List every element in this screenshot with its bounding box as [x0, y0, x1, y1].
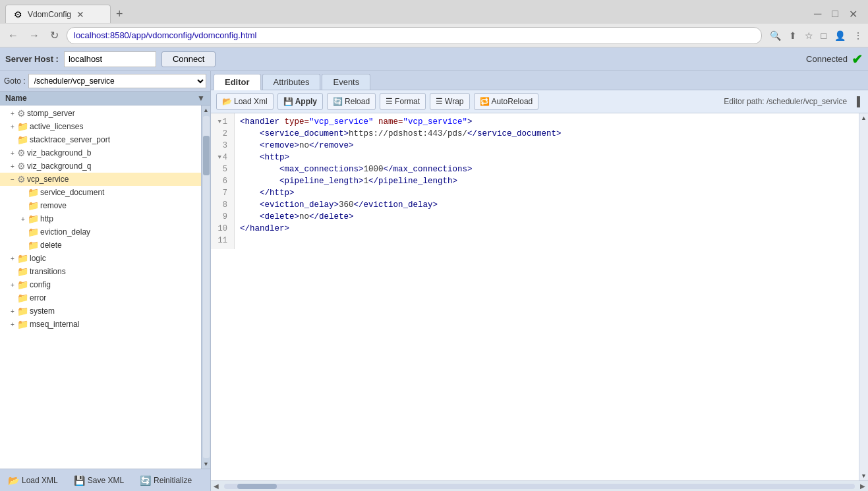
h-scroll-left-button[interactable]: ◀ — [211, 482, 221, 490]
close-button[interactable]: ✕ — [849, 8, 857, 20]
tree-label-http: http — [40, 214, 53, 223]
more-button[interactable]: ▐ — [851, 95, 863, 108]
tab-editor[interactable]: Editor — [214, 74, 261, 90]
tree-item-stacktrace-server-port[interactable]: ▶ 📁 stacktrace_server_port — [0, 133, 201, 146]
apply-button[interactable]: 💾 Apply — [277, 93, 323, 110]
tree-item-vcp-service[interactable]: − ⚙ vcp_service — [0, 173, 201, 186]
reinitialize-label: Reinitialize — [154, 476, 192, 485]
minimize-button[interactable]: ─ — [814, 8, 821, 20]
tree-item-transitions[interactable]: ▶ 📁 transitions — [0, 265, 201, 278]
expand-vcp-service[interactable]: − — [8, 175, 17, 184]
editor-scroll-up[interactable]: ▲ — [859, 113, 868, 123]
load-xml-toolbar-button[interactable]: 📂 Load Xml — [216, 93, 274, 110]
reload-button[interactable]: 🔄 Reload — [327, 93, 376, 110]
tree-item-active-licenses[interactable]: + 📁 active_licenses — [0, 120, 201, 133]
tree-item-eviction-delay[interactable]: ▶ 📁 eviction_delay — [0, 225, 201, 239]
code-editor[interactable]: ▼1 2 3 ▼4 5 6 7 8 9 10 11 — [211, 113, 859, 480]
h-scroll-thumb[interactable] — [237, 484, 277, 489]
expand-viz-background-q[interactable]: + — [8, 161, 17, 171]
tree-item-remove[interactable]: ▶ 📁 remove — [0, 199, 201, 212]
tree-item-error[interactable]: ▶ 📁 error — [0, 291, 201, 304]
folder-icon-http: 📁 — [28, 214, 39, 224]
editor-scrollbar[interactable]: ▲ ▼ — [859, 113, 868, 480]
tab-events[interactable]: Events — [322, 74, 370, 90]
new-tab-button[interactable]: + — [116, 7, 123, 21]
h-scroll-right-button[interactable]: ▶ — [857, 482, 868, 490]
save-xml-button[interactable]: 💾 Save XML — [71, 474, 127, 487]
address-input[interactable] — [67, 27, 762, 44]
code-content[interactable]: <handler type="vcp_service" name="vcp_se… — [235, 113, 859, 249]
tree-item-viz-background-q[interactable]: + ⚙ viz_background_q — [0, 159, 201, 173]
scrollbar-down-button[interactable]: ▼ — [203, 459, 209, 469]
format-button[interactable]: ☰ Format — [380, 93, 426, 110]
share-icon[interactable]: ⬆ — [789, 30, 797, 41]
apply-icon: 💾 — [283, 97, 293, 106]
server-bar: Server Host : Connect Connected ✔ — [0, 47, 868, 71]
tree-item-service-document[interactable]: ▶ 📁 service_document — [0, 186, 201, 199]
forward-button[interactable]: → — [26, 28, 42, 43]
scrollbar-track[interactable] — [203, 116, 210, 458]
tree-item-config[interactable]: + 📁 config — [0, 278, 201, 291]
tree-item-mseq-internal[interactable]: + 📁 mseq_internal — [0, 318, 201, 331]
tree-item-http[interactable]: + 📁 http — [0, 212, 201, 225]
sort-icon[interactable]: ▼ — [197, 94, 205, 103]
goto-select[interactable]: /scheduler/vcp_service — [28, 74, 206, 88]
wrap-button[interactable]: ☰ Wrap — [430, 93, 469, 110]
expand-stomp-server[interactable]: + — [8, 109, 17, 118]
bookmark-icon[interactable]: ☆ — [805, 30, 813, 41]
active-tab[interactable]: ⚙ VdomConfig ✕ — [5, 5, 111, 23]
connect-button[interactable]: Connect — [161, 51, 216, 67]
line-num-6: 6 — [214, 175, 231, 187]
menu-icon[interactable]: ⋮ — [854, 30, 863, 41]
reload-label: Reload — [345, 97, 370, 106]
load-xml-icon: 📂 — [8, 475, 19, 486]
zoom-icon[interactable]: 🔍 — [770, 30, 781, 41]
tab-close-button[interactable]: ✕ — [76, 9, 84, 20]
editor-scroll-down[interactable]: ▼ — [859, 471, 868, 480]
expand-config[interactable]: + — [8, 280, 17, 289]
folder-icon-remove: 📁 — [28, 200, 39, 211]
folder-icon-delete: 📁 — [28, 240, 39, 250]
line-num-5: 5 — [214, 163, 231, 175]
tree-container[interactable]: + ⚙ stomp_server + 📁 active_licenses — [0, 105, 201, 469]
connection-status: Connected ✔ — [806, 51, 863, 67]
scrollbar-up-button[interactable]: ▲ — [203, 105, 209, 115]
reader-icon[interactable]: □ — [821, 30, 826, 41]
expand-http[interactable]: + — [18, 214, 28, 223]
load-xml-label: Load XML — [22, 476, 58, 485]
tree-item-delete[interactable]: ▶ 📁 delete — [0, 239, 201, 252]
line-num-7: 7 — [214, 187, 231, 199]
load-xml-button[interactable]: 📂 Load XML — [5, 474, 61, 487]
expand-viz-background-b[interactable]: + — [8, 148, 17, 158]
tree-item-system[interactable]: + 📁 system — [0, 304, 201, 318]
tree-label-viz-background-b: viz_background_b — [27, 148, 91, 158]
expand-active-licenses[interactable]: + — [8, 122, 17, 131]
tree-item-viz-background-b[interactable]: + ⚙ viz_background_b — [0, 146, 201, 159]
expand-logic[interactable]: + — [8, 254, 17, 263]
bottom-toolbar: 📂 Load XML 💾 Save XML 🔄 Reinitialize — [0, 469, 210, 491]
tab-attributes[interactable]: Attributes — [262, 74, 321, 90]
line-num-2: 2 — [214, 128, 231, 140]
code-line-10: </handler> — [240, 223, 854, 235]
refresh-button[interactable]: ↻ — [47, 28, 61, 43]
autoreload-label: AutoReload — [492, 97, 533, 106]
tree-item-logic[interactable]: + 📁 logic — [0, 252, 201, 265]
server-host-input[interactable] — [64, 51, 156, 67]
folder-icon-active-licenses: 📁 — [17, 121, 28, 132]
expand-system[interactable]: + — [8, 306, 17, 316]
expand-mseq-internal[interactable]: + — [8, 320, 17, 329]
h-scroll-track[interactable] — [224, 484, 855, 489]
back-button[interactable]: ← — [5, 28, 21, 43]
editor-h-scrollbar[interactable]: ◀ ▶ — [211, 480, 868, 491]
reload-icon: 🔄 — [333, 97, 343, 106]
profile-icon[interactable]: 👤 — [834, 30, 846, 41]
scrollbar-thumb[interactable] — [203, 136, 210, 175]
code-line-7: </http> — [240, 187, 854, 199]
autoreload-button[interactable]: 🔁 AutoReload — [474, 93, 539, 110]
line-num-9: 9 — [214, 211, 231, 223]
maximize-button[interactable]: □ — [832, 8, 838, 20]
reinitialize-button[interactable]: 🔄 Reinitialize — [137, 474, 194, 487]
tree-item-stomp-server[interactable]: + ⚙ stomp_server — [0, 107, 201, 120]
editor-scroll-track[interactable] — [859, 123, 868, 471]
tree-scrollbar[interactable]: ▲ ▼ — [201, 105, 210, 469]
